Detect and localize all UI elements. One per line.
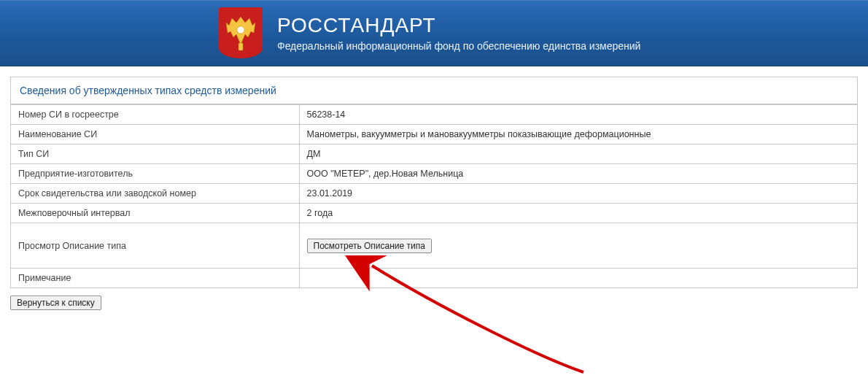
row-type: Тип СИ ДМ bbox=[11, 144, 857, 164]
row-name: Наименование СИ Манометры, вакуумметры и… bbox=[11, 125, 857, 144]
svg-point-0 bbox=[237, 26, 244, 34]
view-description-button[interactable]: Посмотреть Описание типа bbox=[307, 239, 432, 253]
back-to-list-button[interactable]: Вернуться к списку bbox=[10, 296, 101, 310]
value-reg-number: 56238-14 bbox=[299, 105, 857, 125]
label-note: Примечание bbox=[11, 269, 299, 288]
value-cert: 23.01.2019 bbox=[299, 184, 857, 204]
panel-title: Сведения об утвержденных типах средств и… bbox=[11, 77, 857, 104]
label-manufacturer: Предприятие-изготовитель bbox=[11, 164, 299, 184]
row-manufacturer: Предприятие-изготовитель ООО "МЕТЕР", де… bbox=[11, 164, 857, 184]
value-manufacturer: ООО "МЕТЕР", дер.Новая Мельница bbox=[299, 164, 857, 184]
row-cert: Срок свидетельства или заводской номер 2… bbox=[11, 184, 857, 204]
value-note bbox=[299, 269, 857, 288]
details-table: Номер СИ в госреестре 56238-14 Наименова… bbox=[11, 104, 857, 288]
label-cert: Срок свидетельства или заводской номер bbox=[11, 184, 299, 204]
cell-view-description: Посмотреть Описание типа bbox=[299, 223, 857, 269]
label-reg-number: Номер СИ в госреестре bbox=[11, 105, 299, 125]
value-type: ДМ bbox=[299, 144, 857, 164]
value-name: Манометры, вакуумметры и мановакуумметры… bbox=[299, 125, 857, 144]
details-panel: Сведения об утвержденных типах средств и… bbox=[10, 77, 858, 288]
header-subtitle: Федеральный информационный фонд по обесп… bbox=[277, 40, 640, 52]
label-view-description: Просмотр Описание типа bbox=[11, 223, 299, 269]
row-reg-number: Номер СИ в госреестре 56238-14 bbox=[11, 105, 857, 125]
header-title: РОССТАНДАРТ bbox=[277, 14, 640, 37]
content-area: Сведения об утвержденных типах средств и… bbox=[0, 66, 868, 310]
label-interval: Межповерочный интервал bbox=[11, 204, 299, 223]
label-name: Наименование СИ bbox=[11, 125, 299, 144]
row-view-description: Просмотр Описание типа Посмотреть Описан… bbox=[11, 223, 857, 269]
svg-rect-1 bbox=[239, 43, 243, 50]
page-header: РОССТАНДАРТ Федеральный информационный ф… bbox=[0, 0, 868, 66]
emblem-icon bbox=[219, 7, 263, 58]
row-note: Примечание bbox=[11, 269, 857, 288]
label-type: Тип СИ bbox=[11, 144, 299, 164]
value-interval: 2 года bbox=[299, 204, 857, 223]
row-interval: Межповерочный интервал 2 года bbox=[11, 204, 857, 223]
